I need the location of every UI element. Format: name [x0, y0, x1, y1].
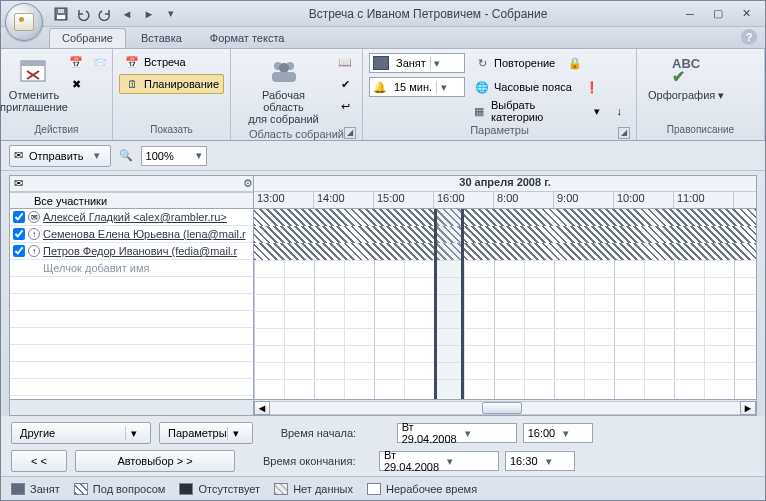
attendee-checkbox[interactable]	[13, 245, 25, 257]
show-as-combo[interactable]: Занят▾	[369, 53, 465, 73]
check-names-icon[interactable]: ✔	[334, 74, 356, 94]
minimize-button[interactable]: ─	[679, 5, 701, 23]
office-button[interactable]	[5, 3, 43, 41]
svg-point-9	[279, 63, 289, 73]
autopick-button[interactable]: Автовыбор > >	[75, 450, 235, 472]
group-show-label: Показать	[119, 124, 224, 140]
reminder-combo[interactable]: 🔔15 мин.▾	[369, 77, 465, 97]
start-date-combo[interactable]: Вт 29.04.2008▾	[397, 423, 517, 443]
options-icon[interactable]: ⚙	[243, 177, 253, 190]
qat-more-icon[interactable]: ▾	[163, 6, 179, 22]
attendee-checkbox[interactable]	[13, 211, 25, 223]
legend-nodata-icon	[274, 483, 288, 495]
delete-icon[interactable]: ✖	[65, 74, 87, 94]
globe-icon: 🌐	[474, 79, 490, 95]
attendee-row[interactable]: ✉Алексей Гладкий <alex@rambler.ru>	[10, 209, 253, 226]
tab-meeting[interactable]: Собрание	[49, 28, 126, 48]
scheduling-icon: 🗓	[124, 76, 140, 92]
attendee-list: ✉Алексей Гладкий <alex@rambler.ru> ↑Семе…	[10, 209, 254, 399]
bell-icon: 🔔	[370, 81, 390, 94]
people-icon	[268, 55, 300, 87]
others-button[interactable]: Другие▾	[11, 422, 151, 444]
attendee-checkbox[interactable]	[13, 228, 25, 240]
group-spelling-label: Правописание	[643, 124, 758, 140]
toolbar: ✉ Отправить ▾ 🔍 ▾	[1, 141, 765, 171]
timezones-button[interactable]: 🌐Часовые пояса	[469, 77, 577, 97]
close-button[interactable]: ✕	[735, 5, 757, 23]
abc-check-icon: ABC✔	[670, 55, 702, 87]
tab-insert[interactable]: Вставка	[128, 28, 195, 48]
calendar-icon: 📅	[124, 54, 140, 70]
response-icon[interactable]: ↩	[334, 96, 356, 116]
save-icon[interactable]	[53, 6, 69, 22]
scheduler: ✉⚙ Все участники 30 апреля 2008 г. 13:00…	[9, 175, 757, 416]
quick-access-toolbar: ◄ ► ▾	[47, 6, 185, 22]
scroll-thumb[interactable]	[482, 402, 522, 414]
zoom-combo[interactable]: ▾	[141, 146, 207, 166]
zoom-input[interactable]	[142, 147, 192, 165]
start-time-combo[interactable]: 16:00▾	[523, 423, 593, 443]
scheduling-button[interactable]: 🗓Планирование	[119, 74, 224, 94]
envelope-icon: ✉	[14, 177, 23, 190]
maximize-button[interactable]: ▢	[707, 5, 729, 23]
categorize-button[interactable]: ▦Выбрать категорию▾	[466, 101, 604, 121]
schedule-grid[interactable]	[254, 209, 756, 399]
appointment-button[interactable]: 📅Встреча	[119, 52, 191, 72]
importance-high-icon[interactable]: ❗	[581, 77, 603, 97]
recurrence-button[interactable]: ↻Повторение	[469, 53, 560, 73]
category-icon: ▦	[471, 103, 487, 119]
spelling-button[interactable]: ABC✔ Орфография ▾	[643, 52, 729, 104]
end-time-combo[interactable]: 16:30▾	[505, 451, 575, 471]
legend-busy-icon	[11, 483, 25, 495]
selection-bar[interactable]	[434, 209, 464, 399]
meeting-workspace-button[interactable]: Рабочая область для собраний	[237, 52, 330, 128]
svg-rect-10	[272, 72, 296, 82]
address-book-icon[interactable]: 📖	[334, 52, 356, 72]
busy-swatch-icon	[373, 56, 389, 70]
tab-format[interactable]: Формат текста	[197, 28, 298, 48]
add-attendee-row[interactable]: Щелчок добавит имя	[10, 260, 253, 277]
scroll-left-icon[interactable]: ◄	[254, 401, 270, 415]
calendar-cancel-icon	[18, 55, 50, 87]
next-icon[interactable]: ►	[141, 6, 157, 22]
back-button[interactable]: < <	[11, 450, 67, 472]
group-workspace-label: Область собраний◢	[237, 128, 356, 140]
svg-rect-1	[57, 15, 65, 19]
date-header: 30 апреля 2008 г.	[254, 176, 756, 192]
send-icon: ✉	[14, 149, 23, 162]
bottom-panel: Другие▾ Параметры▾ Время начала: Вт 29.0…	[1, 416, 765, 476]
redo-icon[interactable]	[97, 6, 113, 22]
dialog-launcher-icon[interactable]: ◢	[344, 127, 356, 139]
zoom-icon: 🔍	[119, 149, 133, 162]
group-actions-label: Действия	[7, 124, 106, 140]
ribbon-tabs: Собрание Вставка Формат текста ?	[1, 27, 765, 49]
calendar-icon[interactable]: 📅	[65, 52, 87, 72]
legend-tentative-icon	[74, 483, 88, 495]
forward-icon[interactable]: 📨	[89, 52, 111, 72]
meeting-window: ◄ ► ▾ Встреча с Иваном Петровичем - Собр…	[0, 0, 766, 501]
send-button[interactable]: ✉ Отправить ▾	[9, 145, 111, 167]
titlebar: ◄ ► ▾ Встреча с Иваном Петровичем - Собр…	[1, 1, 765, 27]
importance-low-icon[interactable]: ↓	[609, 101, 630, 121]
legend-oof-icon	[179, 483, 193, 495]
cancel-invitation-button[interactable]: Отменить приглашение	[7, 52, 61, 116]
legend-free-icon	[367, 483, 381, 495]
undo-icon[interactable]	[75, 6, 91, 22]
svg-rect-2	[58, 9, 64, 13]
prev-icon[interactable]: ◄	[119, 6, 135, 22]
help-icon[interactable]: ?	[741, 29, 757, 45]
horizontal-scrollbar[interactable]: ◄ ►	[10, 399, 756, 415]
lock-icon[interactable]: 🔒	[564, 53, 586, 73]
params-button[interactable]: Параметры▾	[159, 422, 253, 444]
time-header: 13:00 14:00 15:00 16:00 8:00 9:00 10:00 …	[254, 192, 756, 208]
svg-rect-4	[21, 61, 45, 66]
recurrence-icon: ↻	[474, 55, 490, 71]
scroll-right-icon[interactable]: ►	[740, 401, 756, 415]
end-time-label: Время окончания:	[263, 455, 373, 467]
attendee-row[interactable]: ↑Петров Федор Иванович (fedia@mail.r	[10, 243, 253, 260]
dialog-launcher-icon[interactable]: ◢	[618, 127, 630, 139]
attendee-row[interactable]: ↑Семенова Елена Юрьевна (lena@mail.r	[10, 226, 253, 243]
group-options-label: Параметры◢	[369, 124, 630, 140]
all-attendees-header: Все участники	[10, 192, 253, 208]
end-date-combo[interactable]: Вт 29.04.2008▾	[379, 451, 499, 471]
